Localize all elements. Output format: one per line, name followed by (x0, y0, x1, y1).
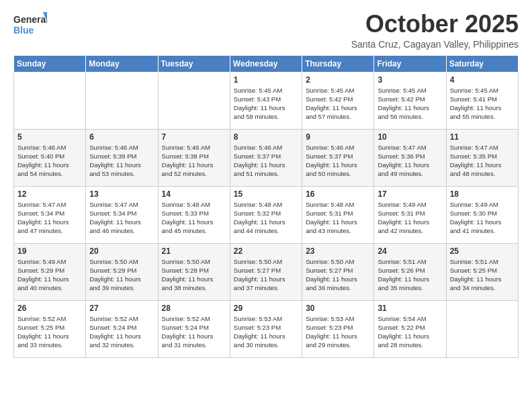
calendar-cell: 30Sunrise: 5:53 AMSunset: 5:23 PMDayligh… (302, 300, 374, 357)
calendar-cell: 22Sunrise: 5:50 AMSunset: 5:27 PMDayligh… (230, 243, 302, 300)
day-number: 11 (450, 132, 515, 142)
weekday-header: Wednesday (230, 55, 302, 72)
day-info: Sunrise: 5:50 AMSunset: 5:28 PMDaylight:… (162, 257, 226, 293)
day-number: 8 (234, 132, 298, 142)
day-info: Sunrise: 5:51 AMSunset: 5:25 PMDaylight:… (450, 257, 515, 293)
weekday-header: Monday (86, 55, 158, 72)
day-number: 27 (89, 304, 154, 313)
day-info: Sunrise: 5:48 AMSunset: 5:32 PMDaylight:… (234, 200, 298, 236)
svg-text:General: General (13, 14, 47, 25)
day-info: Sunrise: 5:50 AMSunset: 5:29 PMDaylight:… (89, 257, 154, 293)
calendar-cell: 7Sunrise: 5:46 AMSunset: 5:38 PMDaylight… (158, 129, 230, 186)
calendar-cell: 4Sunrise: 5:45 AMSunset: 5:41 PMDaylight… (446, 72, 518, 129)
calendar-cell: 25Sunrise: 5:51 AMSunset: 5:25 PMDayligh… (446, 243, 518, 300)
calendar-cell: 26Sunrise: 5:52 AMSunset: 5:25 PMDayligh… (14, 300, 86, 357)
day-info: Sunrise: 5:53 AMSunset: 5:23 PMDaylight:… (234, 314, 298, 350)
day-number: 3 (378, 75, 442, 85)
calendar-cell: 27Sunrise: 5:52 AMSunset: 5:24 PMDayligh… (86, 300, 158, 357)
day-number: 9 (306, 132, 370, 142)
calendar-week-row: 26Sunrise: 5:52 AMSunset: 5:25 PMDayligh… (14, 300, 519, 357)
calendar-cell (446, 300, 518, 357)
calendar-cell (14, 72, 86, 129)
day-number: 31 (378, 304, 442, 313)
day-number: 6 (89, 132, 154, 142)
day-number: 20 (89, 246, 154, 256)
calendar-week-row: 19Sunrise: 5:49 AMSunset: 5:29 PMDayligh… (14, 243, 519, 300)
weekday-header: Saturday (446, 55, 518, 72)
calendar-week-row: 12Sunrise: 5:47 AMSunset: 5:34 PMDayligh… (14, 186, 519, 243)
title-block: October 2025 Santa Cruz, Cagayan Valley,… (351, 11, 519, 50)
day-number: 7 (162, 132, 226, 142)
day-number: 14 (162, 189, 226, 199)
calendar-week-row: 1Sunrise: 5:45 AMSunset: 5:43 PMDaylight… (14, 72, 519, 129)
day-number: 30 (306, 304, 370, 313)
calendar-cell: 9Sunrise: 5:46 AMSunset: 5:37 PMDaylight… (302, 129, 374, 186)
calendar-cell: 15Sunrise: 5:48 AMSunset: 5:32 PMDayligh… (230, 186, 302, 243)
day-info: Sunrise: 5:48 AMSunset: 5:33 PMDaylight:… (162, 200, 226, 236)
calendar-table: SundayMondayTuesdayWednesdayThursdayFrid… (13, 55, 519, 358)
day-number: 2 (306, 75, 370, 85)
calendar-cell: 10Sunrise: 5:47 AMSunset: 5:36 PMDayligh… (374, 129, 446, 186)
day-info: Sunrise: 5:50 AMSunset: 5:27 PMDaylight:… (234, 257, 298, 293)
calendar-header-row: SundayMondayTuesdayWednesdayThursdayFrid… (14, 55, 519, 72)
day-number: 25 (450, 246, 515, 256)
day-number: 5 (17, 132, 82, 142)
calendar-cell (158, 72, 230, 129)
day-info: Sunrise: 5:47 AMSunset: 5:35 PMDaylight:… (450, 143, 515, 179)
calendar-cell: 28Sunrise: 5:52 AMSunset: 5:24 PMDayligh… (158, 300, 230, 357)
day-number: 12 (17, 189, 82, 199)
calendar-cell: 19Sunrise: 5:49 AMSunset: 5:29 PMDayligh… (14, 243, 86, 300)
logo: General Blue (13, 11, 47, 39)
day-info: Sunrise: 5:50 AMSunset: 5:27 PMDaylight:… (306, 257, 370, 293)
calendar-cell: 13Sunrise: 5:47 AMSunset: 5:34 PMDayligh… (86, 186, 158, 243)
calendar-cell: 14Sunrise: 5:48 AMSunset: 5:33 PMDayligh… (158, 186, 230, 243)
svg-text:Blue: Blue (13, 25, 34, 36)
calendar-cell: 23Sunrise: 5:50 AMSunset: 5:27 PMDayligh… (302, 243, 374, 300)
calendar-cell: 6Sunrise: 5:46 AMSunset: 5:39 PMDaylight… (86, 129, 158, 186)
calendar-cell: 18Sunrise: 5:49 AMSunset: 5:30 PMDayligh… (446, 186, 518, 243)
day-number: 19 (17, 246, 82, 256)
weekday-header: Tuesday (158, 55, 230, 72)
day-number: 18 (450, 189, 515, 199)
weekday-header: Thursday (302, 55, 374, 72)
day-info: Sunrise: 5:46 AMSunset: 5:37 PMDaylight:… (234, 143, 298, 179)
month-title: October 2025 (351, 11, 519, 38)
day-number: 10 (378, 132, 442, 142)
calendar-cell: 12Sunrise: 5:47 AMSunset: 5:34 PMDayligh… (14, 186, 86, 243)
day-number: 22 (234, 246, 298, 256)
day-number: 17 (378, 189, 442, 199)
calendar-cell: 29Sunrise: 5:53 AMSunset: 5:23 PMDayligh… (230, 300, 302, 357)
day-info: Sunrise: 5:49 AMSunset: 5:31 PMDaylight:… (378, 200, 442, 236)
day-info: Sunrise: 5:46 AMSunset: 5:38 PMDaylight:… (162, 143, 226, 179)
weekday-header: Sunday (14, 55, 86, 72)
day-info: Sunrise: 5:45 AMSunset: 5:42 PMDaylight:… (378, 86, 442, 122)
day-number: 16 (306, 189, 370, 199)
logo-svg: General Blue (13, 11, 47, 39)
day-number: 23 (306, 246, 370, 256)
calendar-cell: 8Sunrise: 5:46 AMSunset: 5:37 PMDaylight… (230, 129, 302, 186)
calendar-cell: 17Sunrise: 5:49 AMSunset: 5:31 PMDayligh… (374, 186, 446, 243)
calendar-cell: 5Sunrise: 5:46 AMSunset: 5:40 PMDaylight… (14, 129, 86, 186)
day-info: Sunrise: 5:52 AMSunset: 5:25 PMDaylight:… (17, 314, 82, 350)
location-subtitle: Santa Cruz, Cagayan Valley, Philippines (351, 39, 519, 50)
calendar-cell: 31Sunrise: 5:54 AMSunset: 5:22 PMDayligh… (374, 300, 446, 357)
day-number: 24 (378, 246, 442, 256)
calendar-cell: 21Sunrise: 5:50 AMSunset: 5:28 PMDayligh… (158, 243, 230, 300)
day-info: Sunrise: 5:51 AMSunset: 5:26 PMDaylight:… (378, 257, 442, 293)
calendar-cell: 3Sunrise: 5:45 AMSunset: 5:42 PMDaylight… (374, 72, 446, 129)
day-number: 21 (162, 246, 226, 256)
day-info: Sunrise: 5:47 AMSunset: 5:34 PMDaylight:… (17, 200, 82, 236)
weekday-header: Friday (374, 55, 446, 72)
calendar-cell: 1Sunrise: 5:45 AMSunset: 5:43 PMDaylight… (230, 72, 302, 129)
day-number: 13 (89, 189, 154, 199)
day-info: Sunrise: 5:52 AMSunset: 5:24 PMDaylight:… (162, 314, 226, 350)
day-info: Sunrise: 5:49 AMSunset: 5:30 PMDaylight:… (450, 200, 515, 236)
day-info: Sunrise: 5:54 AMSunset: 5:22 PMDaylight:… (378, 314, 442, 350)
day-info: Sunrise: 5:48 AMSunset: 5:31 PMDaylight:… (306, 200, 370, 236)
day-info: Sunrise: 5:52 AMSunset: 5:24 PMDaylight:… (89, 314, 154, 350)
day-info: Sunrise: 5:46 AMSunset: 5:37 PMDaylight:… (306, 143, 370, 179)
calendar-cell (86, 72, 158, 129)
day-info: Sunrise: 5:53 AMSunset: 5:23 PMDaylight:… (306, 314, 370, 350)
day-number: 29 (234, 304, 298, 313)
day-info: Sunrise: 5:45 AMSunset: 5:42 PMDaylight:… (306, 86, 370, 122)
